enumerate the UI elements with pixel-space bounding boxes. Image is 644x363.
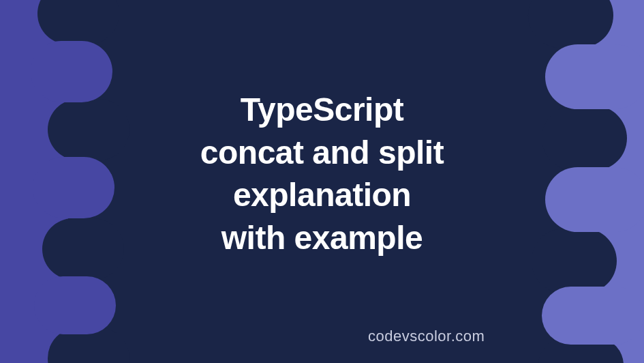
title-line: with example [221, 220, 423, 256]
title-line: TypeScript [241, 92, 404, 128]
wave-notch-right [545, 44, 644, 109]
wave-notch-left [34, 276, 116, 334]
wave-notch-left [31, 41, 112, 102]
wave-bump-right [532, 229, 617, 293]
wave-notch-right [542, 287, 644, 345]
wave-notch-right [545, 167, 644, 232]
wave-bump-right [542, 106, 627, 171]
banner-canvas: TypeScript concat and split explanation … [0, 0, 644, 363]
wave-bump-left [37, 0, 119, 44]
wave-bump-right [528, 0, 613, 48]
wave-notch-left [33, 157, 114, 218]
title-line: explanation [233, 177, 411, 213]
banner-title: TypeScript concat and split explanation … [111, 89, 534, 260]
title-line: concat and split [200, 134, 444, 171]
watermark: codevscolor.com [368, 328, 485, 345]
